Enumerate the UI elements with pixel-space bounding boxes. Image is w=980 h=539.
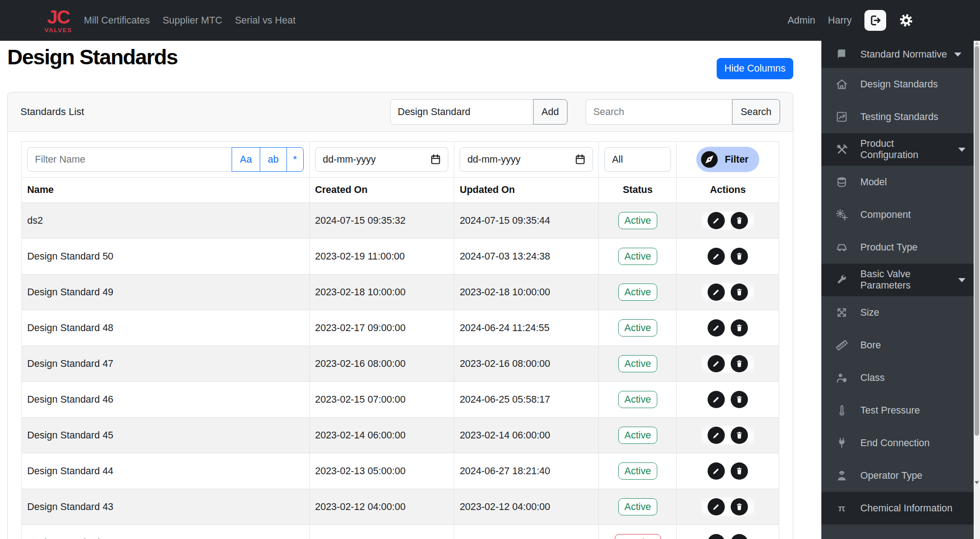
brand-logo[interactable]: JC VALVES [44,8,72,34]
compass-icon [700,150,718,168]
cell-updated: 2024-06-25 05:58:17 [454,382,599,418]
edit-button[interactable] [708,355,725,372]
edit-button[interactable] [708,391,725,408]
column-header-status: Status [599,178,677,203]
nav-link-mill-certificates[interactable]: Mill Certificates [84,15,150,26]
search-button[interactable]: Search [732,99,780,125]
sidebar-item-end-connection[interactable]: End Connection [821,427,974,459]
delete-button[interactable] [731,248,748,265]
edit-button[interactable] [708,212,725,229]
delete-button[interactable] [731,319,748,337]
table-row: Design Standard 43 2023-02-12 04:00:00 2… [22,489,779,525]
nav-admin-link[interactable]: Admin [787,15,815,26]
sidebar-item-test-pressure[interactable]: Test Pressure [821,394,974,427]
sidebar-item-product-type[interactable]: Product Type [821,231,974,264]
table-row: ds2 2024-07-15 09:35:32 2024-07-15 09:35… [22,203,779,239]
sidebar-item-label: Design Standards [860,79,938,90]
chevron-down-icon [958,148,965,152]
search-input[interactable] [586,99,733,125]
filter-button[interactable]: Filter [696,147,760,172]
match-wildcard-button[interactable]: * [286,147,304,172]
match-word-button[interactable]: ab [260,147,287,172]
edit-button[interactable] [708,319,725,337]
status-badge: Active [618,498,658,516]
created-date-input[interactable]: dd-mm-yyyy [315,147,448,172]
match-case-button[interactable]: Aa [232,147,260,172]
cell-name: Design Standard 45 [22,418,310,453]
sidebar-item-testing-standards[interactable]: Testing Standards [821,101,974,133]
sidebar-item-bore[interactable]: Bore [821,329,974,361]
sidebar-item-design-standards[interactable]: Design Standards [821,68,974,101]
status-filter-select[interactable]: All [604,147,671,172]
sidebar-item-label: Operator Type [860,470,922,481]
plug-icon [834,437,849,449]
cell-name: Design Standard 43 [22,489,310,525]
updated-date-input[interactable]: dd-mm-yyyy [460,147,593,172]
delete-button[interactable] [731,284,748,301]
nav-link-supplier-mtc[interactable]: Supplier MTC [163,15,222,26]
delete-button[interactable] [731,534,748,539]
page-title: Design Standards [7,44,793,69]
edit-button[interactable] [708,462,725,480]
table-row: Design Standard 44 2023-02-13 05:00:00 2… [22,453,779,489]
window-scrollbar [974,41,980,539]
cell-updated: 2023-02-18 10:00:00 [454,274,599,310]
delete-button[interactable] [731,391,748,408]
delete-button[interactable] [731,498,748,515]
table-row: Design Standard 42 2023-02-11 03:00:00 2… [22,525,779,539]
cell-created: 2023-02-17 09:00:00 [309,310,454,346]
sidebar-item-operator-type[interactable]: Operator Type [821,459,974,492]
nav-link-serial-vs-heat[interactable]: Serial vs Heat [235,15,296,26]
main-content: Design Standards Hide Columns Standards … [0,41,800,539]
home-icon [834,78,849,91]
sign-out-button[interactable] [864,10,886,31]
sidebar-item-standard-normative[interactable]: Standard Normative [821,41,974,68]
add-button[interactable]: Add [533,99,568,125]
sidebar-item-label: Testing Standards [860,111,938,123]
delete-button[interactable] [731,355,748,372]
car-icon [834,241,849,254]
column-header-name: Name [22,178,310,203]
settings-button[interactable] [899,13,913,28]
navbar-right: Admin Harry [787,10,913,31]
calendar-icon[interactable] [574,154,586,165]
sidebar-item-product-configuration[interactable]: Product Configuration [821,133,974,166]
search-group: Search [586,99,780,125]
delete-button[interactable] [731,212,748,229]
cell-name: Design Standard 47 [22,346,310,382]
edit-button[interactable] [708,248,725,265]
sidebar-item-size[interactable]: Size [821,296,974,329]
delete-button[interactable] [731,427,748,444]
sidebar-item-label: Product Configuration [860,138,951,161]
cell-name: Design Standard 49 [22,274,310,310]
cell-name: Design Standard 50 [22,239,310,274]
sidebar-item-chemical-information[interactable]: π Chemical Information [821,492,974,525]
delete-button[interactable] [731,462,748,480]
nav-username-link[interactable]: Harry [828,15,852,26]
sidebar-item-basic-valve-parameters[interactable]: Basic Valve Parameters [821,264,974,296]
scrollbar-thumb[interactable] [975,46,979,436]
sidebar-item-label: Component [860,209,911,221]
edit-button[interactable] [708,427,725,444]
sidebar-item-class[interactable]: Class [821,361,974,394]
cell-updated: 2024-07-15 09:35:44 [454,203,599,239]
calendar-icon[interactable] [430,154,441,165]
scroll-up-arrow-icon[interactable] [975,42,979,45]
sidebar-item-model[interactable]: Model [821,166,974,198]
edit-button[interactable] [708,534,725,539]
table-row: Design Standard 45 2023-02-14 06:00:00 2… [22,418,779,453]
table-row: Design Standard 50 2023-02-19 11:00:00 2… [22,239,779,274]
table-row: Design Standard 46 2023-02-15 07:00:00 2… [22,382,779,418]
table-header-row: Name Created On Updated On Status Action… [22,178,779,203]
hide-columns-button[interactable]: Hide Columns [717,58,793,79]
pi-icon: π [834,502,849,514]
sidebar-item-component[interactable]: Component [821,198,974,231]
scroll-down-arrow-icon[interactable] [975,481,979,484]
add-standard-input[interactable] [390,99,534,125]
edit-button[interactable] [708,498,725,515]
chevron-down-icon [958,278,965,282]
cell-name: Design Standard 42 [22,525,310,539]
filter-name-input[interactable] [27,147,232,172]
cell-created: 2023-02-18 10:00:00 [309,274,454,310]
edit-button[interactable] [708,284,725,301]
